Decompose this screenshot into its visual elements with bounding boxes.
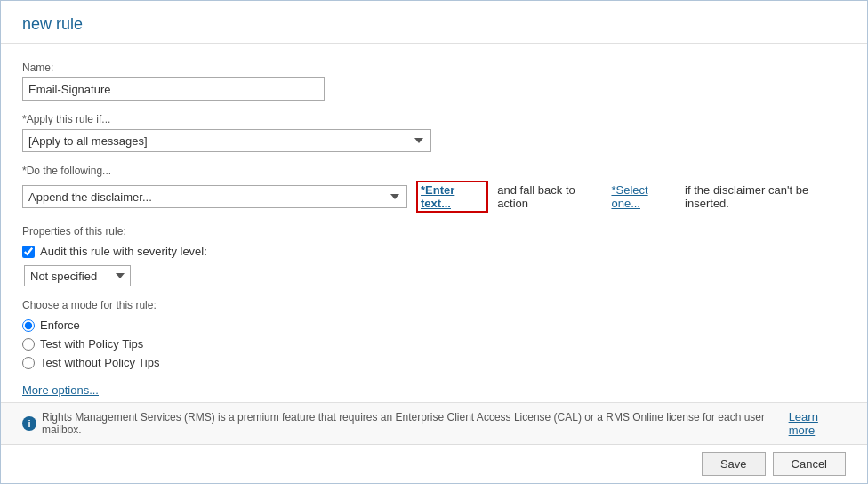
fallback-text2: if the disclaimer can't be inserted. — [685, 183, 846, 210]
mode-test-policy-tips-label: Test with Policy Tips — [40, 337, 143, 351]
info-icon: i — [22, 416, 36, 431]
mode-section: Choose a mode for this rule: Enforce Tes… — [22, 299, 846, 369]
severity-select[interactable]: Not specified Low Medium High — [24, 265, 131, 286]
apply-rule-group: *Apply this rule if... [Apply to all mes… — [22, 113, 846, 152]
do-following-group: *Do the following... Append the disclaim… — [22, 165, 846, 213]
mode-test-no-policy-tips-row: Test without Policy Tips — [22, 356, 846, 369]
button-bar: Save Cancel — [1, 444, 867, 483]
properties-section: Properties of this rule: Audit this rule… — [22, 225, 846, 286]
severity-row: Not specified Low Medium High — [24, 265, 846, 286]
select-one-link[interactable]: *Select one... — [611, 183, 676, 210]
mode-label: Choose a mode for this rule: — [22, 299, 846, 311]
audit-checkbox-label: Audit this rule with severity level: — [40, 245, 207, 258]
footer-info-text: Rights Management Services (RMS) is a pr… — [42, 411, 784, 436]
do-following-row: Append the disclaimer... *Enter text... … — [22, 181, 846, 213]
mode-test-policy-tips-row: Test with Policy Tips — [22, 337, 846, 351]
cancel-button[interactable]: Cancel — [773, 452, 846, 476]
header: new rule — [1, 1, 867, 44]
audit-checkbox-row: Audit this rule with severity level: — [22, 245, 846, 258]
do-following-select[interactable]: Append the disclaimer... — [22, 185, 407, 208]
name-input[interactable] — [22, 77, 325, 101]
more-options-section: More options... — [22, 383, 846, 397]
save-button[interactable]: Save — [702, 452, 766, 476]
name-label: Name: — [22, 61, 846, 74]
enter-text-link[interactable]: *Enter text... — [416, 181, 488, 213]
more-options-link[interactable]: More options... — [22, 383, 99, 397]
page-title: new rule — [22, 15, 83, 33]
mode-enforce-radio[interactable] — [22, 319, 35, 332]
properties-label: Properties of this rule: — [22, 225, 846, 238]
audit-checkbox[interactable] — [22, 246, 35, 258]
mode-test-no-policy-tips-radio[interactable] — [22, 357, 35, 369]
content-area: Name: *Apply this rule if... [Apply to a… — [1, 44, 867, 402]
name-group: Name: — [22, 61, 846, 101]
page-container: new rule Name: *Apply this rule if... [A… — [1, 1, 867, 483]
mode-test-no-policy-tips-label: Test without Policy Tips — [40, 356, 159, 369]
mode-enforce-label: Enforce — [40, 319, 80, 332]
mode-enforce-row: Enforce — [22, 319, 846, 332]
learn-more-link[interactable]: Learn more — [789, 410, 846, 437]
footer-info: i Rights Management Services (RMS) is a … — [1, 402, 867, 444]
apply-rule-select[interactable]: [Apply to all messages] — [22, 129, 431, 152]
apply-rule-label: *Apply this rule if... — [22, 113, 846, 125]
fallback-text1: and fall back to action — [497, 183, 602, 210]
mode-test-policy-tips-radio[interactable] — [22, 338, 35, 351]
do-following-label: *Do the following... — [22, 165, 846, 177]
